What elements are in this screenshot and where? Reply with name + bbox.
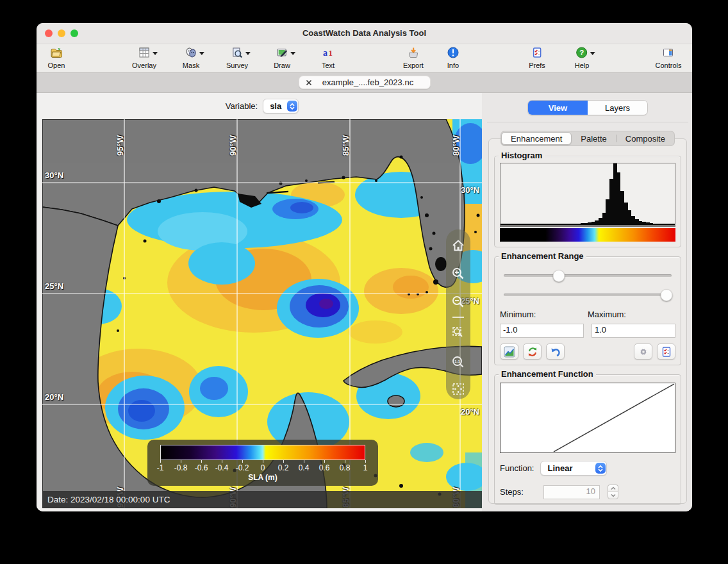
histogram-group: Histogram bbox=[494, 156, 681, 247]
legend-tick-label: 0.4 bbox=[299, 463, 310, 472]
draw-button[interactable]: Draw bbox=[274, 46, 290, 69]
one-to-one-icon[interactable]: 1:1 bbox=[451, 355, 465, 369]
histogram-palette-strip bbox=[500, 228, 675, 242]
lon-label-85w-top: 85°W bbox=[341, 135, 351, 156]
slider-track bbox=[504, 274, 672, 277]
info-button[interactable]: Info bbox=[447, 46, 459, 69]
window-title: CoastWatch Data Analysis Tool bbox=[37, 28, 692, 38]
minimum-field[interactable]: -1.0 bbox=[500, 324, 584, 338]
maximum-label: Maximum: bbox=[588, 310, 675, 319]
steps-down-icon[interactable] bbox=[608, 492, 618, 499]
help-icon: ? bbox=[575, 46, 588, 59]
legend-tick-label: 1 bbox=[363, 463, 368, 472]
color-scale-legend: -1-0.8-0.6-0.4-0.200.20.40.60.81 SLA (m) bbox=[147, 440, 378, 486]
steps-up-icon[interactable] bbox=[608, 485, 618, 492]
document-tab[interactable]: example_....feb_2023.nc bbox=[299, 76, 431, 89]
maximum-field[interactable]: 1.0 bbox=[592, 324, 675, 338]
info-icon bbox=[447, 46, 459, 59]
legend-tick-mark bbox=[201, 460, 202, 463]
document-tab-title: example_....feb_2023.nc bbox=[312, 78, 424, 87]
zoom-out-icon[interactable] bbox=[451, 295, 465, 309]
svg-text:a: a bbox=[323, 48, 327, 58]
legend-tick-mark bbox=[181, 460, 181, 463]
enhancement-range-label: Enhancement Range bbox=[499, 251, 586, 261]
function-select-stepper-icon bbox=[595, 463, 606, 474]
legend-tick-mark bbox=[222, 460, 222, 463]
help-dropdown-arrow bbox=[590, 52, 595, 55]
variable-bar: Variable: sla bbox=[42, 93, 482, 119]
svg-text:1:1: 1:1 bbox=[454, 360, 460, 363]
map-view[interactable]: 95°W 90°W 85°W 80°W 95°W 90°W 85°W 80°W … bbox=[42, 119, 482, 508]
mask-icon bbox=[185, 46, 197, 59]
variable-select[interactable]: sla bbox=[263, 99, 299, 113]
view-layers-toggle: View Layers bbox=[527, 100, 648, 115]
map-pane: Variable: sla bbox=[37, 93, 482, 511]
zoom-in-icon[interactable] bbox=[451, 267, 465, 281]
draw-pencil-icon bbox=[276, 46, 288, 59]
legend-tick-mark bbox=[304, 460, 304, 463]
close-tab-icon[interactable] bbox=[306, 79, 312, 86]
config-button[interactable] bbox=[634, 344, 652, 360]
prefs-button[interactable]: Prefs bbox=[529, 46, 545, 69]
title-bar: CoastWatch Data Analysis Tool bbox=[37, 23, 692, 44]
steps-field[interactable]: 10 bbox=[543, 485, 600, 499]
legend-tick-mark bbox=[263, 460, 263, 463]
controls-button[interactable]: Controls bbox=[656, 46, 682, 69]
slider-thumb-min[interactable] bbox=[553, 270, 565, 282]
text-button[interactable]: a1 Text bbox=[322, 46, 335, 69]
tab-composite[interactable]: Composite bbox=[616, 132, 674, 145]
view-toggle-view[interactable]: View bbox=[528, 101, 588, 115]
legend-tick-label: 0 bbox=[261, 463, 265, 472]
mask-button[interactable]: Mask bbox=[183, 46, 199, 69]
prefs-checklist-icon bbox=[531, 46, 543, 59]
range-slider-max[interactable] bbox=[504, 286, 672, 303]
export-button[interactable]: Export bbox=[403, 46, 424, 69]
undo-button[interactable] bbox=[546, 344, 565, 360]
steps-stepper[interactable] bbox=[608, 485, 618, 499]
slider-thumb-max[interactable] bbox=[661, 289, 673, 301]
legend-ticks: -1-0.8-0.6-0.4-0.200.20.40.60.81 bbox=[160, 460, 365, 473]
survey-button[interactable]: Survey bbox=[226, 46, 248, 69]
export-icon bbox=[407, 46, 420, 59]
survey-magnifier-icon bbox=[231, 46, 244, 59]
histogram-plot bbox=[500, 163, 675, 227]
save-prefs-button[interactable] bbox=[657, 344, 675, 360]
view-toggle-layers[interactable]: Layers bbox=[588, 101, 647, 115]
enhancement-panel: Histogram Enhancement Range bbox=[488, 138, 687, 504]
function-select[interactable]: Linear bbox=[540, 461, 607, 476]
lon-label-80w-top: 80°W bbox=[451, 135, 461, 156]
text-a1-icon: a1 bbox=[322, 46, 335, 59]
overlay-button[interactable]: Overlay bbox=[132, 46, 156, 69]
tab-palette[interactable]: Palette bbox=[572, 132, 615, 145]
open-label: Open bbox=[48, 62, 65, 69]
zoom-box-icon[interactable] bbox=[451, 326, 465, 340]
minimum-label: Minimum: bbox=[500, 310, 588, 319]
histogram-bar bbox=[672, 224, 675, 225]
app-window: CoastWatch Data Analysis Tool Open Overl… bbox=[37, 23, 692, 511]
function-label: Function: bbox=[500, 463, 534, 473]
legend-tick-mark bbox=[345, 460, 345, 463]
slider-track bbox=[504, 294, 672, 296]
lat-label-20n-right: 20°N bbox=[450, 407, 479, 417]
home-view-icon[interactable] bbox=[451, 238, 465, 253]
legend-tick-label: 0.2 bbox=[278, 463, 289, 472]
normalize-button[interactable] bbox=[500, 344, 518, 360]
legend-tick-label: -0.4 bbox=[215, 463, 229, 472]
reload-button[interactable] bbox=[523, 344, 542, 360]
legend-tick-mark bbox=[242, 460, 243, 463]
text-label: Text bbox=[322, 62, 335, 69]
overlay-label: Overlay bbox=[132, 62, 156, 69]
lat-label-25n-left: 25°N bbox=[45, 281, 63, 291]
tab-enhancement[interactable]: Enhancement bbox=[501, 132, 572, 145]
variable-select-stepper-icon bbox=[287, 101, 297, 112]
legend-tick-label: -0.8 bbox=[174, 463, 188, 472]
survey-dropdown-arrow bbox=[245, 52, 251, 55]
range-slider-min[interactable] bbox=[504, 267, 672, 284]
mask-dropdown-arrow bbox=[199, 52, 204, 55]
fit-window-icon[interactable] bbox=[451, 382, 465, 396]
enhancement-function-group: Enhancement Function Function: Linear bbox=[494, 374, 681, 505]
open-button[interactable]: Open bbox=[48, 46, 65, 69]
function-plot bbox=[500, 383, 675, 453]
prefs-label: Prefs bbox=[529, 62, 545, 69]
help-button[interactable]: ? Help bbox=[575, 46, 590, 69]
